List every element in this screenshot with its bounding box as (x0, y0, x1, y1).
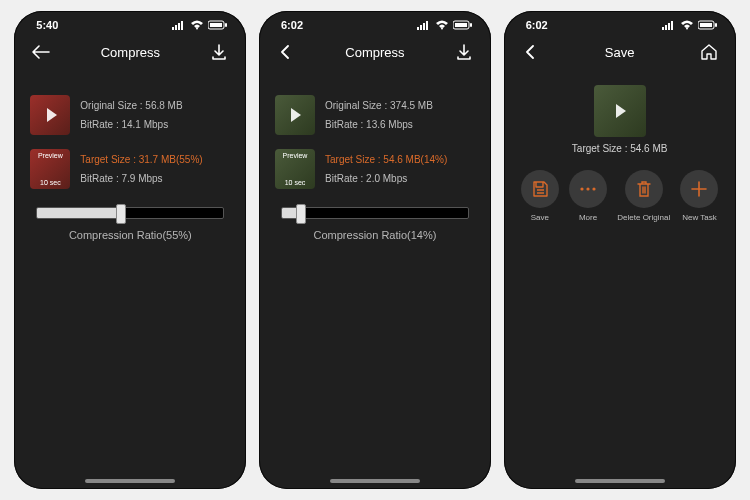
delete-action[interactable]: Delete Original (617, 170, 670, 222)
status-bar: 5:40 (14, 11, 246, 33)
svg-rect-17 (665, 25, 667, 30)
phone-screen-2: 6:02 Compress Original Size : 374.5 MB B… (259, 11, 491, 489)
play-icon (47, 108, 57, 122)
newtask-label: New Task (682, 213, 717, 222)
wifi-icon (435, 20, 449, 30)
target-row: Preview 10 sec Target Size : 54.6 MB(14%… (259, 145, 491, 193)
svg-rect-22 (715, 23, 717, 27)
svg-point-12 (441, 28, 443, 30)
compression-slider[interactable] (281, 207, 469, 219)
save-action[interactable]: Save (521, 170, 559, 222)
home-indicator[interactable] (330, 479, 420, 483)
ratio-label: Compression Ratio(14%) (281, 229, 469, 241)
nav-bar: Compress (259, 33, 491, 75)
back-button[interactable] (275, 41, 297, 63)
download-button[interactable] (208, 41, 230, 63)
play-icon (291, 108, 301, 122)
slider-knob[interactable] (116, 204, 126, 224)
svg-point-24 (580, 187, 583, 190)
status-icons (662, 20, 718, 30)
download-icon (211, 44, 227, 60)
target-size: Target Size : 54.6 MB(14%) (325, 154, 447, 165)
preview-badge: Preview (275, 152, 315, 159)
signal-icon (662, 20, 676, 30)
back-button[interactable] (30, 41, 52, 63)
nav-bar: Compress (14, 33, 246, 75)
home-icon (700, 43, 718, 61)
original-size: Original Size : 374.5 MB (325, 100, 433, 111)
home-indicator[interactable] (575, 479, 665, 483)
home-indicator[interactable] (85, 479, 175, 483)
svg-rect-2 (178, 23, 180, 30)
save-icon (521, 170, 559, 208)
compression-slider[interactable] (36, 207, 224, 219)
svg-rect-14 (470, 23, 472, 27)
action-row: Save More Delete Original New Task (504, 170, 736, 222)
svg-rect-3 (181, 21, 183, 30)
original-thumbnail[interactable] (275, 95, 315, 135)
result-thumbnail[interactable] (594, 85, 646, 137)
status-bar: 6:02 (259, 11, 491, 33)
newtask-action[interactable]: New Task (680, 170, 718, 222)
slider-knob[interactable] (296, 204, 306, 224)
preview-badge: Preview (30, 152, 70, 159)
trash-icon (625, 170, 663, 208)
svg-rect-10 (423, 23, 425, 30)
target-size: Target Size : 54.6 MB (504, 143, 736, 154)
page-title: Save (605, 45, 635, 60)
page-title: Compress (101, 45, 160, 60)
clock: 6:02 (281, 19, 303, 31)
original-info: Original Size : 56.8 MB BitRate : 14.1 M… (80, 100, 182, 130)
original-row: Original Size : 374.5 MB BitRate : 13.6 … (259, 91, 491, 139)
signal-icon (172, 20, 186, 30)
svg-point-4 (196, 28, 198, 30)
page-title: Compress (345, 45, 404, 60)
original-size: Original Size : 56.8 MB (80, 100, 182, 111)
svg-rect-8 (417, 27, 419, 30)
battery-icon (453, 20, 473, 30)
preview-thumbnail[interactable]: Preview 10 sec (275, 149, 315, 189)
preview-thumbnail[interactable]: Preview 10 sec (30, 149, 70, 189)
wifi-icon (190, 20, 204, 30)
back-chevron-icon (524, 45, 538, 59)
back-arrow-icon (32, 45, 50, 59)
ratio-label: Compression Ratio(55%) (36, 229, 224, 241)
home-button[interactable] (698, 41, 720, 63)
back-chevron-icon (279, 45, 293, 59)
svg-rect-23 (700, 23, 712, 27)
play-icon (616, 104, 626, 118)
duration-label: 10 sec (30, 179, 70, 186)
target-bitrate: BitRate : 7.9 Mbps (80, 173, 202, 184)
original-thumbnail[interactable] (30, 95, 70, 135)
target-bitrate: BitRate : 2.0 Mbps (325, 173, 447, 184)
slider-area: Compression Ratio(14%) (259, 193, 491, 245)
more-action[interactable]: More (569, 170, 607, 222)
original-bitrate: BitRate : 14.1 Mbps (80, 119, 182, 130)
clock: 5:40 (36, 19, 58, 31)
svg-rect-6 (225, 23, 227, 27)
battery-icon (208, 20, 228, 30)
target-info: Target Size : 31.7 MB(55%) BitRate : 7.9… (80, 154, 202, 184)
phone-screen-1: 5:40 Compress Original Size : 56.8 MB Bi… (14, 11, 246, 489)
target-size: Target Size : 31.7 MB(55%) (80, 154, 202, 165)
clock: 6:02 (526, 19, 548, 31)
battery-icon (698, 20, 718, 30)
svg-rect-15 (455, 23, 467, 27)
signal-icon (417, 20, 431, 30)
svg-rect-1 (175, 25, 177, 30)
svg-point-26 (592, 187, 595, 190)
svg-rect-18 (668, 23, 670, 30)
slider-area: Compression Ratio(55%) (14, 193, 246, 245)
svg-rect-7 (210, 23, 222, 27)
back-button[interactable] (520, 41, 542, 63)
target-info: Target Size : 54.6 MB(14%) BitRate : 2.0… (325, 154, 447, 184)
phone-screen-3: 6:02 Save Target Size : 54.6 MB Save (504, 11, 736, 489)
svg-rect-11 (426, 21, 428, 30)
download-button[interactable] (453, 41, 475, 63)
svg-point-20 (686, 28, 688, 30)
target-row: Preview 10 sec Target Size : 31.7 MB(55%… (14, 145, 246, 193)
original-row: Original Size : 56.8 MB BitRate : 14.1 M… (14, 91, 246, 139)
save-label: Save (531, 213, 549, 222)
more-label: More (579, 213, 597, 222)
status-icons (172, 20, 228, 30)
